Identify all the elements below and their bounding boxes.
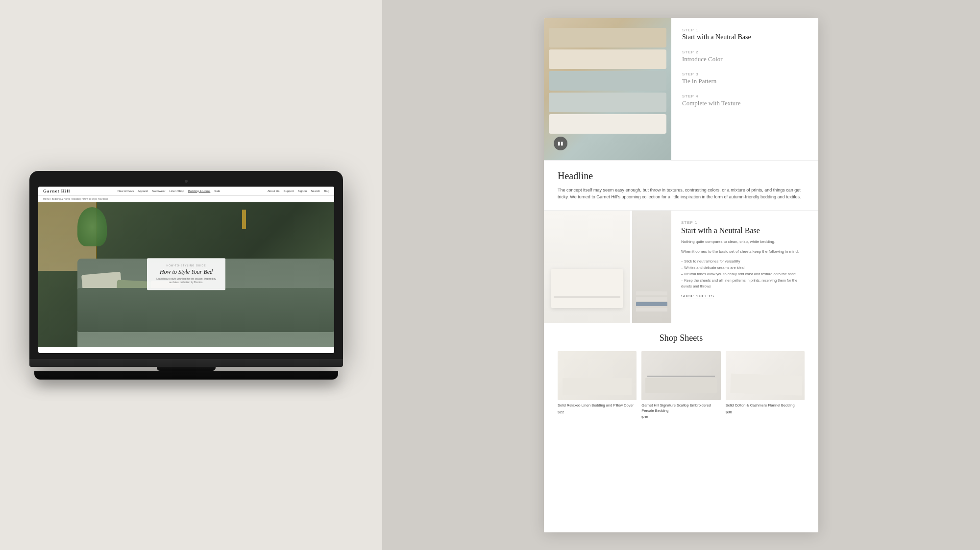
step-4-label: STEP 4: [682, 94, 808, 98]
product-image-1: [558, 351, 637, 400]
sheet-layer-2: [636, 297, 667, 301]
laptop-camera: [185, 180, 188, 183]
step-detail-content: STEP 1 Start with a Neutral Base Nothing…: [671, 211, 818, 323]
hero-plant-decor: [77, 207, 107, 246]
step-detail-title: Start with a Neutral Base: [681, 226, 808, 235]
screen-overlay: HOW-TO-STYLING GUIDE How to Style Your B…: [147, 258, 225, 290]
nav-link-new-arrivals[interactable]: New Arrivals: [118, 190, 134, 192]
screen-breadcrumb: Home / Bedding & Home / Bedding / How to…: [38, 196, 334, 202]
product-grid: Solid Relaxed-Linen Bedding and Pillow C…: [558, 351, 805, 419]
laptop-section: Garnet Hill New Arrivals Apparel Swimwea…: [0, 0, 372, 550]
article-body: The concept itself may seem easy enough,…: [558, 187, 805, 201]
product-image-2: [641, 351, 720, 400]
screen-nav: Garnet Hill New Arrivals Apparel Swimwea…: [38, 187, 334, 196]
step-3-label: STEP 3: [682, 72, 808, 76]
bullet-1: – Stick to neutral tones for versatility: [681, 259, 808, 265]
article-headline: Headline: [558, 170, 805, 182]
panel-scroll[interactable]: ▮▮ STEP 1 Start with a Neutral Base STEP…: [544, 18, 818, 532]
overlay-title: How to Style Your Bed: [155, 268, 218, 275]
product-name-3: Solid Cotton & Cashmere Flannel Bedding: [726, 403, 805, 408]
nav-link-linen-shop[interactable]: Linen Shop: [170, 190, 184, 192]
product-price-2: $96: [641, 415, 720, 419]
step-image-2: [632, 211, 671, 323]
step-1-label: STEP 1: [682, 28, 808, 32]
step-item-3[interactable]: STEP 3 Tie in Pattern: [682, 72, 808, 85]
sheet-layer-dark: [636, 302, 667, 306]
product-image-3: [726, 351, 805, 400]
nav-link-sale[interactable]: Sale: [214, 190, 220, 192]
laptop-foot: [34, 371, 338, 380]
nav-link-apparel[interactable]: Apparel: [138, 190, 148, 192]
blanket-layer-5: [549, 114, 666, 134]
bullet-2: – Whites and delicate creams are ideal: [681, 265, 808, 271]
product-card-1[interactable]: Solid Relaxed-Linen Bedding and Pillow C…: [558, 351, 637, 419]
step-detail-intro: When it comes to the basic set of sheets…: [681, 249, 808, 255]
step-image-1: [544, 211, 630, 323]
nav-link-swimwear[interactable]: Swimwear: [152, 190, 166, 192]
blanket-layer-1: [549, 28, 666, 48]
panel-hero-image: ▮▮: [544, 18, 671, 160]
overlay-subtitle: HOW-TO-STYLING GUIDE: [155, 264, 218, 267]
nav-search[interactable]: Search: [311, 190, 320, 192]
product-price-3: $80: [726, 410, 805, 414]
nav-right: About Us Support Sign In Search Bag: [268, 190, 329, 192]
bullet-3: – Neutral tones allow you to easily add …: [681, 271, 808, 278]
product-card-3[interactable]: Solid Cotton & Cashmere Flannel Bedding …: [726, 351, 805, 419]
brand-logo: Garnet Hill: [43, 189, 70, 193]
steps-area: STEP 1 Start with a Neutral Base STEP 2 …: [671, 18, 818, 160]
laptop-base: [29, 359, 343, 367]
step-item-4[interactable]: STEP 4 Complete with Texture: [682, 94, 808, 107]
nav-signin[interactable]: Sign In: [298, 190, 307, 192]
product-card-2[interactable]: Garnet Hill Signature Scallop Embroidere…: [641, 351, 720, 419]
blanket-layer-4: [549, 93, 666, 112]
shop-sheets-link[interactable]: SHOP SHEETS: [681, 294, 808, 298]
step-4-title: Complete with Texture: [682, 99, 808, 107]
laptop-screen: Garnet Hill New Arrivals Apparel Swimwea…: [38, 187, 334, 353]
content-section: ▮▮ STEP 1 Start with a Neutral Base STEP…: [382, 0, 980, 550]
hero-lamp-decor: [242, 210, 246, 229]
step-2-label: STEP 2: [682, 50, 808, 54]
sheet-layer-3: [636, 308, 667, 311]
overlay-desc: Learn how to style your bed for the seas…: [155, 278, 218, 285]
top-area: ▮▮ STEP 1 Start with a Neutral Base STEP…: [544, 18, 818, 160]
laptop-body: Garnet Hill New Arrivals Apparel Swimwea…: [29, 171, 343, 359]
content-panel: ▮▮ STEP 1 Start with a Neutral Base STEP…: [544, 18, 818, 532]
laptop-wrapper: Garnet Hill New Arrivals Apparel Swimwea…: [29, 171, 343, 380]
step-item-2[interactable]: STEP 2 Introduce Color: [682, 50, 808, 63]
blanket-layer-2: [549, 49, 666, 69]
shop-section: Shop Sheets Solid Relaxed-Linen Bedding …: [544, 323, 818, 429]
hero-blanket-decor: [77, 288, 334, 332]
blanket-stack: [549, 28, 666, 155]
step-1-title: Start with a Neutral Base: [682, 33, 808, 41]
step-item-1[interactable]: STEP 1 Start with a Neutral Base: [682, 28, 808, 41]
product-name-2: Garnet Hill Signature Scallop Embroidere…: [641, 403, 720, 413]
bullet-4: – Keep the sheets and all linen patterns…: [681, 278, 808, 290]
step-detail-section: STEP 1 Start with a Neutral Base Nothing…: [544, 210, 818, 323]
step-detail-label: STEP 1: [681, 220, 808, 225]
step-detail-images: [544, 211, 671, 323]
nav-link-bedding-home[interactable]: Bedding & Home: [188, 190, 210, 192]
blanket-layer-3: [549, 71, 666, 91]
nav-bag[interactable]: Bag: [324, 190, 329, 192]
product-price-1: $22: [558, 410, 637, 414]
screen-hero: HOW-TO-STYLING GUIDE How to Style Your B…: [38, 202, 334, 347]
laptop-stand: [157, 367, 216, 371]
sheet-layer-1: [636, 291, 667, 295]
article-section: Headline The concept itself may seem eas…: [544, 160, 818, 211]
shop-section-title: Shop Sheets: [558, 333, 805, 343]
nav-about[interactable]: About Us: [268, 190, 280, 192]
step-detail-desc: Nothing quite compares to clean, crisp, …: [681, 239, 808, 245]
step-2-title: Introduce Color: [682, 55, 808, 63]
play-button[interactable]: ▮▮: [554, 137, 567, 150]
step-3-title: Tie in Pattern: [682, 77, 808, 85]
nav-links: New Arrivals Apparel Swimwear Linen Shop…: [118, 190, 220, 192]
step-bullet-list: – Stick to neutral tones for versatility…: [681, 259, 808, 290]
nav-support[interactable]: Support: [284, 190, 294, 192]
product-name-1: Solid Relaxed-Linen Bedding and Pillow C…: [558, 403, 637, 408]
